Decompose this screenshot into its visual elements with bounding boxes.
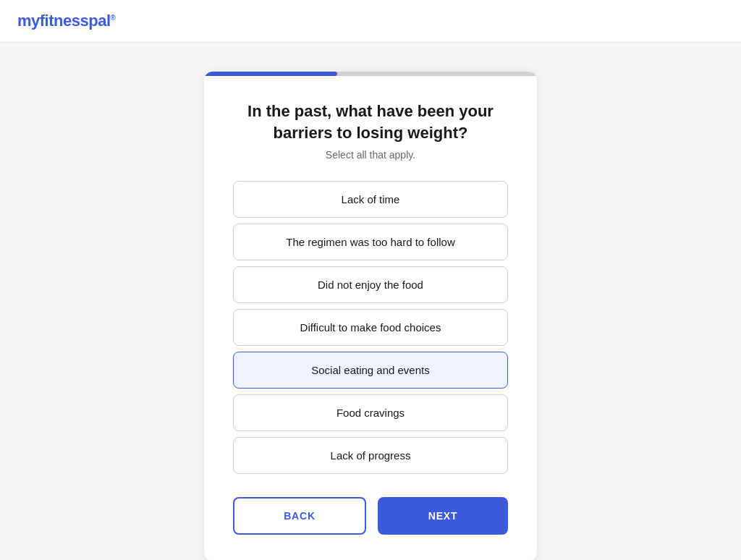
option-lack-of-progress[interactable]: Lack of progress: [233, 437, 508, 474]
page-container: In the past, what have been your barrier…: [0, 43, 741, 560]
progress-bar-container: [204, 72, 537, 76]
app-header: myfitnesspal®: [0, 0, 741, 43]
question-title: In the past, what have been your barrier…: [233, 101, 508, 143]
back-button[interactable]: BACK: [233, 497, 366, 535]
option-regimen-hard[interactable]: The regimen was too hard to follow: [233, 224, 508, 260]
option-difficult-choices[interactable]: Difficult to make food choices: [233, 309, 508, 346]
options-list: Lack of time The regimen was too hard to…: [233, 181, 508, 474]
logo-superscript: ®: [111, 14, 116, 22]
next-button[interactable]: NEXT: [378, 497, 508, 535]
option-did-not-enjoy[interactable]: Did not enjoy the food: [233, 266, 508, 303]
option-lack-of-time[interactable]: Lack of time: [233, 181, 508, 218]
card-content: In the past, what have been your barrier…: [204, 72, 537, 560]
question-subtitle: Select all that apply.: [233, 149, 508, 161]
logo-text: myfitnesspal: [17, 12, 111, 30]
option-social-eating[interactable]: Social eating and events: [233, 352, 508, 389]
option-food-cravings[interactable]: Food cravings: [233, 394, 508, 431]
app-logo: myfitnesspal®: [17, 12, 724, 30]
progress-bar-fill: [204, 72, 337, 76]
action-buttons: BACK NEXT: [233, 497, 508, 535]
survey-card: In the past, what have been your barrier…: [204, 72, 537, 560]
